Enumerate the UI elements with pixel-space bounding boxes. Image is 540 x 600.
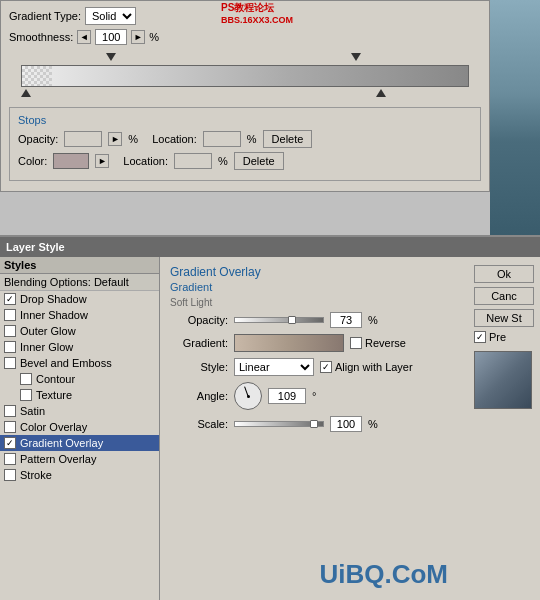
section-title: Gradient Overlay — [170, 265, 458, 279]
texture-label: Texture — [36, 389, 72, 401]
stops-title: Stops — [18, 114, 472, 126]
pre-checkbox[interactable] — [474, 331, 486, 343]
texture-checkbox[interactable] — [20, 389, 32, 401]
color-swatch[interactable] — [53, 153, 89, 169]
gradient-overlay-checkbox[interactable] — [4, 437, 16, 449]
smoothness-input[interactable] — [95, 29, 127, 45]
layer-style-panel: Layer Style Styles Blending Options: Def… — [0, 235, 540, 600]
style-select[interactable]: Linear Radial Angle Reflected Diamond — [234, 358, 314, 376]
gradient-preview-swatch[interactable] — [234, 334, 344, 352]
opacity-percent: % — [368, 314, 378, 326]
gradient-checker — [22, 66, 52, 86]
blend-mode-display: Soft Light — [170, 297, 458, 308]
opacity-percent: % — [128, 133, 138, 145]
scale-thumb[interactable] — [310, 420, 318, 428]
inner-shadow-checkbox[interactable] — [4, 309, 16, 321]
color-stop-btn[interactable]: ► — [95, 154, 109, 168]
angle-row: Angle: ° — [170, 382, 458, 410]
smoothness-decrease[interactable]: ◄ — [77, 30, 91, 44]
sidebar-item-drop-shadow[interactable]: Drop Shadow — [0, 291, 159, 307]
gradient-type-label: Gradient Type: — [9, 10, 81, 22]
sidebar-item-satin[interactable]: Satin — [0, 403, 159, 419]
opacity-row: Opacity: % — [170, 312, 458, 328]
gradient-overlay-label: Gradient Overlay — [20, 437, 103, 449]
inner-glow-checkbox[interactable] — [4, 341, 16, 353]
contour-label: Contour — [36, 373, 75, 385]
location-percent-2: % — [218, 155, 228, 167]
angle-input[interactable] — [268, 388, 306, 404]
satin-label: Satin — [20, 405, 45, 417]
stroke-label: Stroke — [20, 469, 52, 481]
gradient-row: Gradient: Reverse — [170, 334, 458, 352]
panel-title: Layer Style — [6, 241, 65, 253]
reverse-label: Reverse — [365, 337, 406, 349]
sidebar-item-bevel-emboss[interactable]: Bevel and Emboss — [0, 355, 159, 371]
reverse-container: Reverse — [350, 337, 406, 349]
satin-checkbox[interactable] — [4, 405, 16, 417]
angle-center-dot — [247, 395, 250, 398]
opacity-stop-left[interactable] — [106, 53, 116, 61]
preview-box — [474, 351, 532, 409]
gradient-row-label: Gradient: — [170, 337, 228, 349]
outer-glow-checkbox[interactable] — [4, 325, 16, 337]
sidebar-item-contour[interactable]: Contour — [0, 371, 159, 387]
sidebar-item-inner-glow[interactable]: Inner Glow — [0, 339, 159, 355]
pre-container: Pre — [474, 331, 534, 343]
opacity-thumb[interactable] — [288, 316, 296, 324]
angle-deg: ° — [312, 390, 316, 402]
opacity-slider[interactable] — [234, 317, 324, 323]
angle-dial[interactable] — [234, 382, 262, 410]
sidebar-item-gradient-overlay[interactable]: Gradient Overlay — [0, 435, 159, 451]
opacity-delete-btn[interactable]: Delete — [263, 130, 313, 148]
panel-title-bar: Layer Style — [0, 237, 540, 257]
watermark-site2: BBS.16XX3.COM — [221, 15, 293, 25]
contour-checkbox[interactable] — [20, 373, 32, 385]
gradient-type-select[interactable]: Solid — [85, 7, 136, 25]
watermark-site1: PS教程论坛 — [221, 1, 274, 15]
bevel-emboss-checkbox[interactable] — [4, 357, 16, 369]
ok-button[interactable]: Ok — [474, 265, 534, 283]
outer-glow-label: Outer Glow — [20, 325, 76, 337]
color-overlay-checkbox[interactable] — [4, 421, 16, 433]
pattern-overlay-label: Pattern Overlay — [20, 453, 96, 465]
drop-shadow-checkbox[interactable] — [4, 293, 16, 305]
color-delete-btn[interactable]: Delete — [234, 152, 284, 170]
opacity-stop-right[interactable] — [351, 53, 361, 61]
drop-shadow-label: Drop Shadow — [20, 293, 87, 305]
new-style-button[interactable]: New St — [474, 309, 534, 327]
reverse-checkbox[interactable] — [350, 337, 362, 349]
style-row: Style: Linear Radial Angle Reflected Dia… — [170, 358, 458, 376]
scale-slider[interactable] — [234, 421, 324, 427]
background-image-area — [490, 0, 540, 235]
sidebar-item-color-overlay[interactable]: Color Overlay — [0, 419, 159, 435]
blending-options-item[interactable]: Blending Options: Default — [0, 274, 159, 291]
angle-row-label: Angle: — [170, 390, 228, 402]
sidebar-item-stroke[interactable]: Stroke — [0, 467, 159, 483]
color-location-input[interactable] — [174, 153, 212, 169]
color-stop-right[interactable] — [376, 89, 386, 97]
sidebar-item-pattern-overlay[interactable]: Pattern Overlay — [0, 451, 159, 467]
smoothness-increase[interactable]: ► — [131, 30, 145, 44]
inner-shadow-label: Inner Shadow — [20, 309, 88, 321]
top-stops-row — [21, 51, 469, 65]
stroke-checkbox[interactable] — [4, 469, 16, 481]
opacity-location-input[interactable] — [203, 131, 241, 147]
opacity-stop-input[interactable] — [64, 131, 102, 147]
sidebar-item-texture[interactable]: Texture — [0, 387, 159, 403]
color-stop-left[interactable] — [21, 89, 31, 97]
location-label-1: Location: — [152, 133, 197, 145]
sidebar-item-outer-glow[interactable]: Outer Glow — [0, 323, 159, 339]
pattern-overlay-checkbox[interactable] — [4, 453, 16, 465]
styles-sidebar: Styles Blending Options: Default Drop Sh… — [0, 257, 160, 600]
gradient-type-row: Gradient Type: Solid PS教程论坛 BBS.16XX3.CO… — [9, 7, 481, 25]
scale-row-label: Scale: — [170, 418, 228, 430]
gradient-bar[interactable] — [21, 65, 469, 87]
color-overlay-label: Color Overlay — [20, 421, 87, 433]
sidebar-item-inner-shadow[interactable]: Inner Shadow — [0, 307, 159, 323]
align-layer-checkbox[interactable] — [320, 361, 332, 373]
opacity-value-input[interactable] — [330, 312, 362, 328]
scale-value-input[interactable] — [330, 416, 362, 432]
opacity-stop-btn[interactable]: ► — [108, 132, 122, 146]
cancel-button[interactable]: Canc — [474, 287, 534, 305]
gradient-bar-container — [9, 51, 481, 101]
